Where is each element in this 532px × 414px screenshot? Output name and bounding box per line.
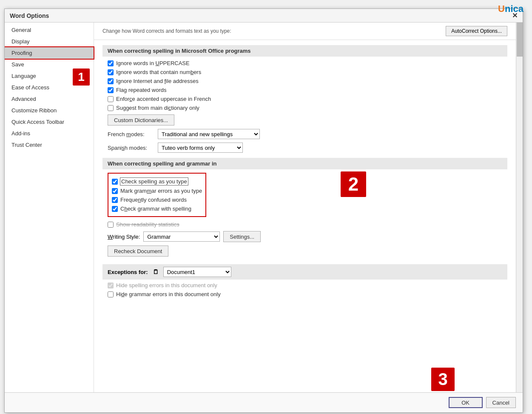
check-spelling-checkbox[interactable] [112,179,118,185]
mark-grammar-label[interactable]: Mark grammar errors as you type [120,188,202,194]
main-content: Change how Word corrects and formats tex… [94,23,516,392]
custom-dictionaries-button[interactable]: Custom Dictionaries... [108,114,174,126]
checkbox-row-main-dict: Suggest from main dictionary only [108,105,507,111]
sidebar-item-trust-center[interactable]: Trust Center [5,139,94,151]
checkbox-row-check-spelling: Check spelling as you type [112,178,202,185]
badge-1: 1 [73,69,90,86]
ok-button[interactable]: OK [449,397,483,408]
sidebar-item-customize-ribbon[interactable]: Customize Ribbon [5,105,94,116]
hide-spelling-checkbox[interactable] [108,283,114,288]
ignore-internet-checkbox[interactable] [108,78,114,84]
spanish-modes-select[interactable]: Tuteo verb forms only Tuteo and voseo ve… [158,143,243,153]
checkbox-row-check-grammar: Check grammar with spelling [112,206,202,212]
bottom-bar: 3 OK Cancel [5,392,523,412]
sidebar-item-advanced[interactable]: Advanced [5,93,94,105]
grammar-section: When correcting spelling and grammar in … [94,158,516,264]
doc-icon: 🗒 [151,268,160,276]
checkbox-row-enforce-french: Enforce accented uppercase in French [108,96,507,102]
confused-words-checkbox[interactable] [112,197,118,203]
writing-style-select[interactable]: Grammar Grammar & Style [143,231,220,242]
readability-checkbox[interactable] [108,222,114,228]
scrollbar-thumb[interactable] [517,23,523,57]
checkbox-row-hide-grammar: Hide grammar errors in this document onl… [108,291,507,297]
confused-words-label[interactable]: Frequently confused words [120,197,187,203]
french-modes-select[interactable]: Traditional and new spellings Classical … [158,129,260,139]
checkbox-row-flag-repeated: Flag repeated words [108,87,507,93]
readability-label[interactable]: Show readability statistics [116,221,179,228]
recheck-document-button[interactable]: Recheck Document [108,246,168,257]
writing-style-label: Writing Style: [108,234,140,240]
checkbox-row-readability: Show readability statistics [108,221,507,228]
flag-repeated-checkbox[interactable] [108,87,114,93]
exceptions-label: Exceptions for: [108,269,148,275]
enforce-french-label[interactable]: Enforce accented uppercase in French [116,96,211,102]
ignore-uppercase-checkbox[interactable] [108,60,114,66]
check-grammar-checkbox[interactable] [112,206,118,212]
check-spelling-label[interactable]: Check spelling as you type [120,178,188,185]
writing-style-row: Writing Style: Grammar Grammar & Style S… [108,231,507,242]
scrollbar-track[interactable] [516,23,523,392]
checkbox-row-numbers: Ignore words that contain numbers [108,69,507,75]
mark-grammar-checkbox[interactable] [112,188,118,194]
ignore-numbers-checkbox[interactable] [108,69,114,75]
recheck-row: Recheck Document [108,246,507,257]
ignore-uppercase-label[interactable]: Ignore words in UPPERCASE [116,60,190,66]
enforce-french-checkbox[interactable] [108,96,114,102]
french-modes-label: French modes: [108,131,154,137]
top-cut-area: Change how Word corrects and formats tex… [94,23,516,40]
unica-u: U [498,3,505,14]
sidebar-item-general[interactable]: General [5,24,94,36]
main-dict-checkbox[interactable] [108,105,114,111]
dialog-header: Word Options ✕ [5,9,523,23]
exceptions-doc-select[interactable]: Document1 [163,267,231,277]
grammar-section-header: When correcting spelling and grammar in [102,158,507,169]
sidebar-item-display[interactable]: Display [5,36,94,47]
autocorrect-options-button[interactable]: AutoCorrect Options... [446,26,507,36]
sidebar: 1 General Display Proofing Save Language [5,23,94,392]
sidebar-item-proofing[interactable]: Proofing [5,47,94,59]
french-modes-row: French modes: Traditional and new spelli… [108,129,507,139]
unica-nica: nica [505,3,523,14]
badge-2: 2 [341,171,366,197]
checkbox-row-mark-grammar: Mark grammar errors as you type [112,188,202,194]
settings-button[interactable]: Settings... [223,231,261,242]
top-cut-text: Change how Word corrects and formats tex… [102,28,231,34]
checkbox-row-internet: Ignore Internet and file addresses [108,78,507,84]
badge-3: 3 [431,368,455,391]
checkbox-row-hide-spelling: Hide spelling errors in this document on… [108,282,507,288]
checkbox-row-uppercase: Ignore words in UPPERCASE [108,60,507,66]
spanish-modes-label: Spanish modes: [108,145,154,151]
hide-grammar-label[interactable]: Hide grammar errors in this document onl… [116,291,221,297]
spanish-modes-row: Spanish modes: Tuteo verb forms only Tut… [108,143,507,153]
ms-section-header: When correcting spelling in Microsoft Of… [102,45,507,57]
ignore-internet-label[interactable]: Ignore Internet and file addresses [116,78,199,84]
ignore-numbers-label[interactable]: Ignore words that contain numbers [116,69,201,75]
highlighted-checkboxes-group: Check spelling as you type Mark grammar … [108,173,206,217]
flag-repeated-label[interactable]: Flag repeated words [116,87,167,93]
exceptions-section: Exceptions for: 🗒 Document1 Hide spellin… [94,264,516,305]
unica-logo: Unica [498,3,523,14]
sidebar-item-add-ins[interactable]: Add-ins [5,128,94,139]
checkbox-row-confused-words: Frequently confused words [112,197,202,203]
ms-office-section: When correcting spelling in Microsoft Of… [94,40,516,158]
exceptions-header: Exceptions for: 🗒 Document1 [102,264,507,280]
hide-spelling-label[interactable]: Hide spelling errors in this document on… [116,282,217,288]
main-dict-label[interactable]: Suggest from main dictionary only [116,105,199,111]
check-grammar-label[interactable]: Check grammar with spelling [120,206,191,212]
hide-grammar-checkbox[interactable] [108,291,114,297]
dialog-title: Word Options [10,12,49,19]
cancel-button[interactable]: Cancel [486,397,516,408]
sidebar-item-quick-access-toolbar[interactable]: Quick Access Toolbar [5,116,94,128]
